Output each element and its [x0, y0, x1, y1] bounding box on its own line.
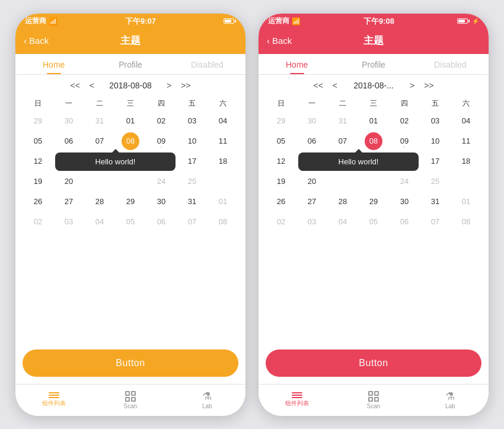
cal-12-2[interactable]: 12	[272, 152, 290, 170]
tab-home-1[interactable]: Home	[15, 54, 92, 74]
cal-07-1[interactable]: 07	[91, 132, 109, 150]
cal-07-2[interactable]: 07	[334, 132, 352, 150]
cal-03b-2[interactable]: 03	[303, 213, 321, 231]
cal-05-2[interactable]: 05	[272, 132, 290, 150]
cal-29b-1[interactable]: 29	[122, 193, 139, 211]
cal-30-2[interactable]: 30	[303, 112, 321, 130]
cal-20-2[interactable]: 20	[303, 173, 321, 190]
cal-prev-2[interactable]: <	[333, 81, 337, 90]
cal-08-today-2[interactable]: 08	[365, 132, 382, 150]
main-button-2[interactable]: Button	[266, 349, 481, 377]
cal-04b-1[interactable]: 04	[91, 213, 109, 231]
cal-next-2[interactable]: >	[410, 81, 414, 90]
cal-next-next-2[interactable]: >>	[424, 81, 433, 90]
cal-19-2[interactable]: 19	[272, 173, 290, 190]
cal-next-next-1[interactable]: >>	[181, 81, 190, 90]
cal-29-2[interactable]: 29	[272, 112, 290, 130]
cal-xx-2[interactable]	[457, 173, 475, 190]
cal-06-1[interactable]: 06	[60, 132, 78, 150]
cal-21-2[interactable]	[334, 173, 352, 190]
cal-22-2[interactable]	[365, 173, 382, 190]
tab-home-2[interactable]: Home	[259, 54, 335, 74]
tab-profile-1[interactable]: Profile	[92, 54, 168, 74]
cal-xx-1[interactable]	[214, 173, 232, 190]
cal-18-2[interactable]: 18	[457, 152, 475, 170]
cal-10-1[interactable]: 10	[183, 132, 201, 150]
cal-01-1[interactable]: 01	[122, 112, 139, 130]
cal-27-2[interactable]: 27	[303, 193, 321, 211]
bottom-tab-list-1[interactable]: 组件列表	[15, 384, 92, 416]
cal-17-2[interactable]: 17	[426, 152, 444, 170]
cal-30b-2[interactable]: 30	[395, 193, 413, 211]
cal-02-1[interactable]: 02	[29, 213, 47, 231]
cal-31b-1[interactable]: 31	[183, 193, 201, 211]
cal-26-2[interactable]: 26	[272, 193, 290, 211]
cal-20-1[interactable]: 20	[60, 173, 78, 190]
back-button-2[interactable]: ‹ Back	[267, 36, 292, 46]
cal-07b-1[interactable]: 07	[183, 213, 201, 231]
cal-05-1[interactable]: 05	[29, 132, 47, 150]
cal-04-2[interactable]: 04	[457, 112, 475, 130]
cal-next-1[interactable]: >	[167, 81, 171, 90]
cal-06-2[interactable]: 06	[303, 132, 321, 150]
cal-22-1[interactable]	[122, 173, 139, 190]
back-button-1[interactable]: ‹ Back	[24, 36, 49, 46]
cal-18-1[interactable]: 18	[214, 152, 232, 170]
cal-05b-1[interactable]: 05	[122, 213, 139, 231]
cal-06b-2[interactable]: 06	[395, 213, 413, 231]
cal-01b-2[interactable]: 01	[457, 193, 475, 211]
cal-19-1[interactable]: 19	[29, 173, 47, 190]
cal-24-1[interactable]: 24	[152, 173, 170, 190]
cal-25-2[interactable]: 25	[426, 173, 444, 190]
cal-01-2[interactable]: 01	[365, 112, 382, 130]
cal-08b-2[interactable]: 08	[457, 213, 475, 231]
cal-30-1[interactable]: 30	[60, 112, 78, 130]
cal-07b-2[interactable]: 07	[426, 213, 444, 231]
cal-28-2[interactable]: 28	[334, 193, 352, 211]
cal-29b-2[interactable]: 29	[365, 193, 382, 211]
cal-08-today-1[interactable]: 08	[122, 132, 139, 150]
carrier-2: 运营商	[268, 16, 289, 26]
cal-11-2[interactable]: 11	[457, 132, 475, 150]
cal-03-2[interactable]: 03	[426, 112, 444, 130]
bottom-tab-lab-2[interactable]: ⚗ Lab	[412, 384, 489, 416]
cal-02-1[interactable]: 02	[152, 112, 170, 130]
bottom-tab-list-2[interactable]: 组件列表	[259, 384, 335, 416]
tab-profile-2[interactable]: Profile	[335, 54, 412, 74]
cal-04b-2[interactable]: 04	[334, 213, 352, 231]
cal-09-1[interactable]: 09 •	[152, 132, 170, 150]
cal-30b-1[interactable]: 30	[152, 193, 170, 211]
cal-04-1[interactable]: 04	[214, 112, 232, 130]
cal-prev-prev-1[interactable]: <<	[70, 81, 79, 90]
cal-26-1[interactable]: 26	[29, 193, 47, 211]
cal-03-1[interactable]: 03	[183, 112, 201, 130]
cal-31b-2[interactable]: 31	[426, 193, 444, 211]
cal-03b-1[interactable]: 03	[60, 213, 78, 231]
cal-02-2[interactable]: 02	[395, 112, 413, 130]
bottom-tab-lab-1[interactable]: ⚗ Lab	[169, 384, 245, 416]
cal-29-1[interactable]: 29	[29, 112, 47, 130]
bottom-tab-scan-2[interactable]: Scan	[335, 384, 412, 416]
cal-11-1[interactable]: 11	[214, 132, 232, 150]
cal-prev-1[interactable]: <	[90, 81, 94, 90]
cal-24-2[interactable]: 24	[395, 173, 413, 190]
cal-31-2[interactable]: 31	[334, 112, 352, 130]
bottom-tab-scan-1[interactable]: Scan	[92, 384, 168, 416]
cal-09-2[interactable]: 09 •	[395, 132, 413, 150]
cal-01b-1[interactable]: 01	[214, 193, 232, 211]
cal-21-1[interactable]	[91, 173, 109, 190]
cal-25-1[interactable]: 25	[183, 173, 201, 190]
cal-06b-1[interactable]: 06	[152, 213, 170, 231]
cal-12-1[interactable]: 12	[29, 152, 47, 170]
cal-08b-1[interactable]: 08	[214, 213, 232, 231]
cal-05b-2[interactable]: 05	[365, 213, 382, 231]
cal-10-2[interactable]: 10	[426, 132, 444, 150]
cal-02b-2[interactable]: 02	[272, 213, 290, 231]
cal-31-1[interactable]: 31	[91, 112, 109, 130]
cal-17-1[interactable]: 17	[183, 152, 201, 170]
cal-28-1[interactable]: 28	[91, 193, 109, 211]
top-tabs-1: Home Profile Disabled	[15, 54, 245, 75]
main-button-1[interactable]: Button	[23, 349, 238, 377]
cal-27-1[interactable]: 27	[60, 193, 78, 211]
cal-prev-prev-2[interactable]: <<	[313, 81, 323, 90]
